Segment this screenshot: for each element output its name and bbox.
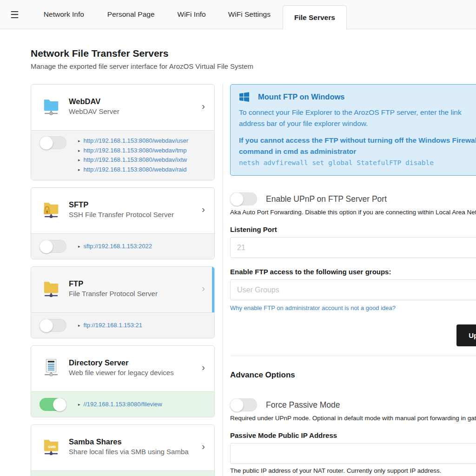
content-area: WebDAV WebDAV Server › ▸http://192.168.1… — [31, 84, 476, 476]
info-box-header: Mount FTP on Windows — [239, 92, 476, 102]
triangle-bullet-icon: ▸ — [78, 139, 80, 143]
server-card-directory-header[interactable]: Directory Server Web file viewer for leg… — [31, 346, 214, 391]
server-name: FTP — [69, 279, 158, 288]
column-divider — [223, 84, 223, 476]
triangle-bullet-icon: ▸ — [78, 167, 80, 172]
passive-mode-toggle[interactable] — [230, 398, 257, 411]
chevron-right-icon[interactable]: › — [198, 204, 205, 215]
webdav-endpoint-link[interactable]: http://192.168.1.153:8080/webdav/user — [84, 137, 189, 144]
sftp-endpoint-list: ▸sftp://192.168.1.153:2022 — [78, 242, 152, 251]
listening-port-input[interactable] — [230, 237, 476, 258]
upnp-toggle[interactable] — [230, 192, 257, 205]
ftp-endpoint-link[interactable]: ftp://192.168.1.153:21 — [84, 322, 143, 329]
server-card-directory: Directory Server Web file viewer for leg… — [31, 345, 215, 417]
update-button[interactable]: Update — [456, 324, 476, 346]
ftp-endpoint-list: ▸ftp://192.168.1.153:21 — [78, 321, 142, 331]
endpoint-row: ▸//192.168.1.153:8080/fileview — [78, 400, 162, 410]
page-title: Network File Transfer Servers — [31, 48, 476, 59]
ftp-admin-warning-link[interactable]: Why enable FTP on administrator account … — [230, 304, 396, 311]
chevron-right-icon[interactable]: › — [198, 283, 205, 294]
user-groups-input[interactable] — [230, 279, 476, 300]
info-text-line: To connect your File Explorer to the Aro… — [239, 107, 476, 118]
webdav-endpoint-list: ▸http://192.168.1.153:8080/webdav/user ▸… — [78, 136, 188, 174]
server-description: SSH File Transfer Protocol Server — [69, 211, 174, 218]
advance-options-title: Advance Options — [230, 370, 476, 380]
endpoint-row: ▸http://192.168.1.153:8080/webdav/tmp — [78, 146, 188, 156]
server-name: Samba Shares — [69, 437, 189, 446]
webdav-endpoint-link[interactable]: http://192.168.1.153:8080/webdav/raid — [84, 166, 187, 173]
server-name: Directory Server — [69, 358, 174, 367]
server-card-ftp: FTP File Transfer Protocol Server › ▸ftp… — [31, 266, 215, 338]
endpoint-row: ▸sftp://192.168.1.153:2022 — [78, 242, 152, 251]
page-subtitle: Manage the exported file server interfac… — [31, 62, 476, 70]
section-divider — [230, 356, 476, 356]
passive-mode-toggle-label[interactable]: Force Passive Mode — [266, 400, 340, 410]
toggle-knob — [53, 398, 66, 411]
toggle-knob — [230, 398, 244, 412]
directory-endpoint-list: ▸//192.168.1.153:8080/fileview — [78, 400, 162, 410]
webdav-enable-toggle[interactable] — [40, 136, 66, 149]
mount-ftp-info-box: Mount FTP on Windows To connect your Fil… — [230, 84, 476, 176]
server-card-directory-footer: ▸//192.168.1.153:8080/fileview — [31, 391, 214, 417]
public-ip-input[interactable] — [230, 443, 476, 464]
server-card-samba-header[interactable]: SMB Samba Shares Share local files via S… — [31, 425, 214, 470]
chevron-right-icon[interactable]: › — [198, 441, 205, 452]
endpoint-row: ▸ftp://192.168.1.153:21 — [78, 321, 142, 331]
server-description: File Transfer Protocol Server — [69, 290, 158, 298]
document-server-icon — [42, 358, 60, 377]
page-header: Network File Transfer Servers Manage the… — [31, 48, 476, 70]
endpoint-row: ▸http://192.168.1.153:8080/webdav/ixtw — [78, 155, 188, 165]
tab-wifi-info[interactable]: WiFi Info — [178, 10, 206, 19]
server-card-webdav: WebDAV WebDAV Server › ▸http://192.168.1… — [31, 84, 215, 180]
toggle-knob — [40, 319, 53, 332]
server-description: Share local files via SMB using Samba — [69, 448, 189, 456]
sftp-endpoint-link[interactable]: sftp://192.168.1.153:2022 — [84, 243, 152, 250]
chevron-right-icon[interactable]: › — [198, 100, 205, 112]
listening-port-label: Listening Port — [230, 225, 476, 233]
server-card-samba-footer — [31, 470, 214, 476]
server-name: WebDAV — [69, 97, 119, 106]
yellow-network-folder-icon — [42, 279, 60, 298]
directory-endpoint-link[interactable]: //192.168.1.153:8080/fileview — [84, 401, 162, 408]
info-text-line: If you cannot access the FTP without tur… — [239, 135, 476, 146]
server-card-webdav-header[interactable]: WebDAV WebDAV Server › — [31, 85, 214, 130]
webdav-endpoint-link[interactable]: http://192.168.1.153:8080/webdav/tmp — [84, 147, 187, 154]
chevron-right-icon[interactable]: › — [198, 362, 205, 373]
info-text-line: command in cmd as administrator — [239, 146, 476, 157]
info-box-title: Mount FTP on Windows — [258, 93, 345, 101]
triangle-bullet-icon: ▸ — [78, 402, 80, 407]
server-card-sftp-header[interactable]: SFTP SSH File Transfer Protocol Server › — [31, 188, 214, 233]
smb-network-folder-icon: SMB — [42, 437, 60, 456]
triangle-bullet-icon: ▸ — [78, 158, 80, 162]
server-card-webdav-text: WebDAV WebDAV Server — [69, 97, 119, 115]
windows-logo-icon — [239, 92, 250, 102]
public-ip-label: Passive Mode Public IP Address — [230, 431, 476, 439]
passive-mode-help-text: Required under UPnP mode. Optional in de… — [230, 415, 476, 422]
locked-network-folder-icon — [42, 200, 60, 219]
server-card-ftp-text: FTP File Transfer Protocol Server — [69, 279, 158, 298]
server-card-sftp-footer: ▸sftp://192.168.1.153:2022 — [31, 233, 214, 259]
hamburger-menu-icon[interactable]: ☰ — [10, 10, 19, 20]
upnp-toggle-row: Enable UPnP on FTP Server Port — [230, 192, 476, 205]
tab-personal-page[interactable]: Personal Page — [107, 10, 155, 19]
upnp-toggle-label[interactable]: Enable UPnP on FTP Server Port — [266, 194, 387, 204]
tab-file-servers[interactable]: File Servers — [283, 5, 347, 29]
server-card-ftp-footer: ▸ftp://192.168.1.153:21 — [31, 312, 214, 338]
info-text-line: address bar of your file explorer window… — [239, 118, 476, 129]
server-description: Web file viewer for legacy devices — [69, 369, 174, 377]
toggle-knob — [230, 192, 244, 206]
tab-wifi-settings[interactable]: WiFi Settings — [228, 10, 271, 19]
server-card-directory-text: Directory Server Web file viewer for leg… — [69, 358, 174, 377]
endpoint-row: ▸http://192.168.1.153:8080/webdav/user — [78, 136, 188, 146]
server-card-sftp: SFTP SSH File Transfer Protocol Server ›… — [31, 187, 215, 259]
server-list: WebDAV WebDAV Server › ▸http://192.168.1… — [31, 84, 215, 476]
webdav-endpoint-link[interactable]: http://192.168.1.153:8080/webdav/ixtw — [84, 156, 187, 163]
server-card-sftp-text: SFTP SSH File Transfer Protocol Server — [69, 200, 174, 218]
sftp-enable-toggle[interactable] — [40, 240, 66, 253]
server-card-ftp-header[interactable]: FTP File Transfer Protocol Server › — [31, 267, 214, 312]
ftp-enable-toggle[interactable] — [40, 319, 66, 332]
firewall-command-code: netsh advfirewall set global StatefulFTP… — [239, 157, 476, 168]
triangle-bullet-icon: ▸ — [78, 148, 80, 153]
directory-enable-toggle[interactable] — [40, 398, 66, 411]
tab-network-info[interactable]: Network Info — [44, 10, 84, 19]
